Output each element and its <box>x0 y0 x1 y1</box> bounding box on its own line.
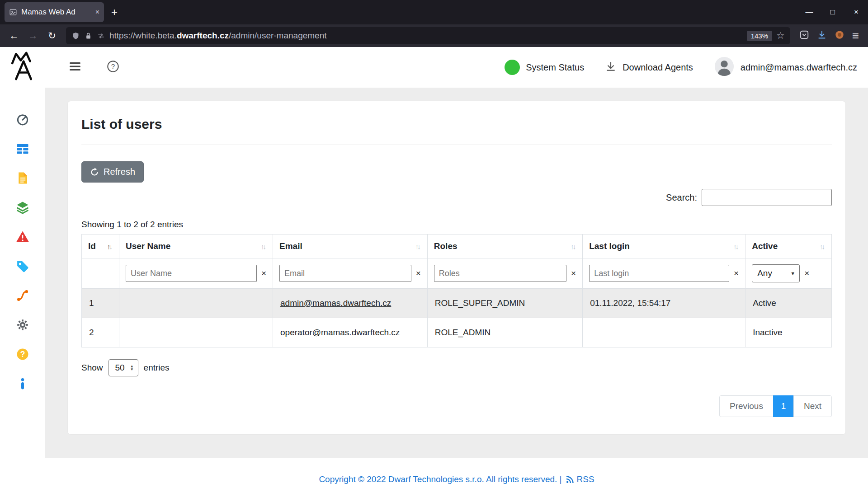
window-controls: — □ × <box>797 0 868 24</box>
column-header-email[interactable]: Email↑↓ <box>273 235 428 258</box>
active-filter-select[interactable]: Any▼ <box>752 264 800 282</box>
pagination: Previous 1 Next <box>81 395 832 417</box>
column-header-id[interactable]: Id↑↓ <box>82 235 119 258</box>
gear-icon <box>16 318 29 332</box>
refresh-button[interactable]: Refresh <box>81 161 144 183</box>
email-filter-input[interactable] <box>279 265 411 282</box>
account-menu[interactable]: admin@mamas.dwarftech.cz <box>714 56 857 79</box>
sidebar-item-documents[interactable] <box>15 171 30 185</box>
clear-filter-icon[interactable]: × <box>416 268 421 278</box>
sidebar-item-help[interactable]: ? <box>15 347 30 361</box>
tables-icon <box>16 142 29 155</box>
app-logo[interactable] <box>9 51 36 83</box>
entries-label: entries <box>144 363 170 373</box>
downloads-icon[interactable] <box>817 30 827 42</box>
download-agents[interactable]: Download Agents <box>605 61 693 75</box>
rss-link[interactable]: RSS <box>566 474 594 484</box>
reload-button[interactable]: ↻ <box>43 27 61 44</box>
copyright-text: Copyright © 2022 Dwarf Technologies s.r.… <box>319 474 561 484</box>
tracking-shield-icon[interactable] <box>71 32 80 40</box>
menu-toggle-icon[interactable] <box>69 60 81 75</box>
clear-filter-icon[interactable]: × <box>734 268 739 278</box>
page-title: List of users <box>81 117 832 132</box>
sidebar-item-tags[interactable] <box>15 259 30 273</box>
back-button[interactable]: ← <box>5 27 23 44</box>
column-header-last-login[interactable]: Last login↑↓ <box>583 235 745 258</box>
cell-roles: ROLE_ADMIN <box>427 318 582 347</box>
table-row: 2 operator@mamas.dwarftech.cz ROLE_ADMIN… <box>82 318 832 347</box>
info-icon <box>16 377 29 390</box>
dashboard-icon <box>16 113 29 126</box>
sidebar-item-settings[interactable] <box>15 318 30 332</box>
sidebar-item-about[interactable] <box>15 376 30 391</box>
header-help-icon[interactable]: ? <box>107 60 119 75</box>
sidebar-item-tables[interactable] <box>15 141 30 156</box>
sidebar-item-layers[interactable] <box>15 200 30 215</box>
sort-icon: ↑↓ <box>107 243 113 250</box>
zoom-level-badge[interactable]: 143% <box>747 31 772 41</box>
lock-icon[interactable] <box>84 32 93 40</box>
sidebar-item-alerts[interactable] <box>15 230 30 244</box>
page-length-select[interactable]: 50 ▲▼ <box>108 359 138 376</box>
forward-button[interactable]: → <box>24 27 42 44</box>
system-status[interactable]: System Status <box>505 60 584 75</box>
tab-favicon-icon <box>9 8 17 16</box>
users-table: Id↑↓ User Name↑↓ Email↑↓ Roles↑↓ Last lo… <box>81 234 832 347</box>
pagination-next-button[interactable]: Next <box>793 395 832 417</box>
last-login-filter-input[interactable] <box>589 265 729 282</box>
select-stepper-icon: ▲▼ <box>130 365 134 371</box>
system-status-label: System Status <box>526 62 584 73</box>
window-minimize-button[interactable]: — <box>797 8 821 17</box>
user-email-link[interactable]: admin@mamas.dwarftech.cz <box>280 298 391 308</box>
download-agents-label: Download Agents <box>623 62 693 73</box>
cell-user-name <box>119 289 273 318</box>
search-input[interactable] <box>702 189 832 206</box>
user-name-filter-input[interactable] <box>126 265 257 282</box>
column-header-user-name[interactable]: User Name↑↓ <box>119 235 273 258</box>
permissions-icon[interactable] <box>97 32 105 40</box>
table-filter-row: × × × × Any▼× <box>82 258 832 289</box>
window-maximize-button[interactable]: □ <box>821 8 844 17</box>
clear-filter-icon[interactable]: × <box>571 268 576 278</box>
sort-icon: ↑↓ <box>571 243 576 250</box>
cell-last-login <box>583 318 745 347</box>
svg-text:?: ? <box>20 350 25 359</box>
pocket-icon[interactable] <box>799 30 809 42</box>
show-label: Show <box>81 363 103 373</box>
pagination-page-1-button[interactable]: 1 <box>773 395 794 417</box>
bookmark-star-icon[interactable]: ☆ <box>776 30 785 41</box>
column-header-roles[interactable]: Roles↑↓ <box>427 235 582 258</box>
window-close-button[interactable]: × <box>844 8 868 17</box>
new-tab-button[interactable]: + <box>111 6 118 19</box>
pagination-previous-button[interactable]: Previous <box>719 395 774 417</box>
url-text: https://white.beta.dwarftech.cz/admin/us… <box>109 31 327 41</box>
sort-icon: ↑↓ <box>261 243 266 250</box>
clear-filter-icon[interactable]: × <box>804 268 809 278</box>
rss-icon <box>566 475 575 484</box>
sidebar-item-dashboard[interactable] <box>15 112 30 127</box>
user-email-link[interactable]: operator@mamas.dwarftech.cz <box>280 328 400 337</box>
sort-icon: ↑↓ <box>415 243 421 250</box>
divider <box>81 145 832 145</box>
clear-filter-icon[interactable]: × <box>261 268 266 278</box>
page-body: ? ? System Status <box>0 47 868 488</box>
layers-icon <box>16 201 29 214</box>
column-header-active[interactable]: Active↑↓ <box>745 235 832 258</box>
sort-icon: ↑↓ <box>820 243 825 250</box>
sort-icon: ↑↓ <box>733 243 739 250</box>
extension-icon[interactable] <box>835 30 844 42</box>
url-bar[interactable]: https://white.beta.dwarftech.cz/admin/us… <box>66 27 790 44</box>
roles-filter-input[interactable] <box>434 265 566 282</box>
user-status-link[interactable]: Inactive <box>753 328 782 337</box>
download-icon <box>605 61 617 75</box>
tab-close-icon[interactable]: × <box>95 8 99 16</box>
browser-menu-icon[interactable]: ≡ <box>852 29 859 43</box>
page-footer: Copyright © 2022 Dwarf Technologies s.r.… <box>45 458 868 488</box>
chevron-down-icon: ▼ <box>790 271 795 276</box>
sidebar-item-integrations[interactable] <box>15 288 30 303</box>
browser-tab[interactable]: Mamas Web Ad × <box>5 2 104 22</box>
status-dot-icon <box>505 60 520 75</box>
tab-title: Mamas Web Ad <box>21 8 91 17</box>
svg-text:?: ? <box>111 62 115 70</box>
app-header: ? System Status Download Agents <box>45 47 868 88</box>
